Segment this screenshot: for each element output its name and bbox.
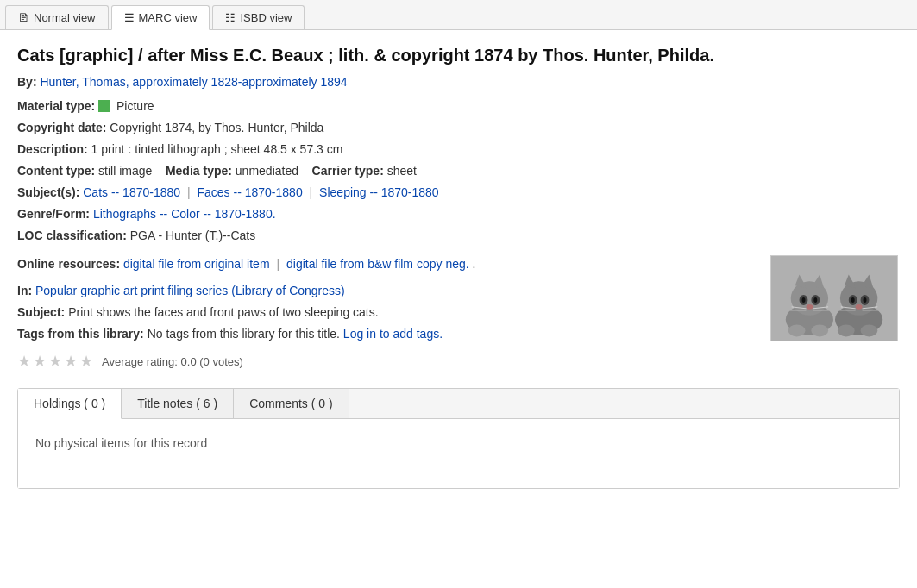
tab-holdings[interactable]: Holdings ( 0 ) [18,389,122,419]
subject-note-label: Subject: [17,305,65,319]
genre-field: Genre/Form: Lithographs -- Color -- 1870… [17,205,900,223]
online-resources-field: Online resources: digital file from orig… [17,255,753,273]
svg-point-9 [806,304,813,310]
carrier-type-value: sheet [387,164,417,178]
star-1[interactable]: ★ [17,352,31,371]
svg-point-23 [864,297,867,303]
online-resources-label: Online resources: [17,257,120,271]
star-5[interactable]: ★ [79,352,93,371]
svg-point-30 [861,325,878,337]
online-link-1[interactable]: digital file from original item [123,257,270,271]
copyright-date-value: Copyright 1874, by Thos. Hunter, Philda [110,121,323,134]
thumbnail-area [770,255,900,341]
view-tabs-bar: 🖹 Normal view ☰ MARC view ☷ ISBD view [0,0,917,30]
subjects-field: Subject(s): Cats -- 1870-1880 | Faces --… [17,184,900,202]
media-type-label: Media type: [166,164,232,178]
description-field: Description: 1 print : tinted lithograph… [17,141,900,159]
star-2[interactable]: ★ [33,352,47,371]
list-icon: ☰ [124,11,135,24]
main-content: Cats [graphic] / after Miss E.C. Beaux ;… [0,30,917,503]
author-link[interactable]: Hunter, Thomas, approximately 1828-appro… [40,75,347,89]
picture-type-icon [98,100,110,112]
copyright-date-label: Copyright date: [17,121,106,134]
svg-point-22 [851,297,855,303]
svg-point-24 [856,304,863,310]
star-3[interactable]: ★ [48,352,62,371]
svg-point-15 [811,325,828,337]
svg-point-14 [788,325,806,337]
bottom-tabs-bar: Holdings ( 0 ) Title notes ( 6 ) Comment… [18,389,899,419]
tab-content-area: No physical items for this record [18,419,899,488]
subjects-label: Subject(s): [17,185,79,199]
tags-field: Tags from this library: No tags from thi… [17,325,753,343]
description-value: 1 print : tinted lithograph ; sheet 48.5… [91,142,343,156]
online-resources-row: Online resources: digital file from orig… [17,255,900,371]
subject-link-0[interactable]: Cats -- 1870-1880 [83,185,180,199]
tags-value: No tags from this library for this title… [148,327,340,341]
loc-field: LOC classification: PGA - Hunter (T.)--C… [17,227,900,245]
tab-content-text: No physical items for this record [35,436,207,450]
document-icon: 🖹 [18,11,29,24]
star-4[interactable]: ★ [64,352,78,371]
content-type-value: still image [98,164,152,178]
genre-value[interactable]: Lithographs -- Color -- 1870-1880. [93,207,276,221]
avg-rating: Average rating: 0.0 (0 votes) [102,355,243,368]
tab-comments[interactable]: Comments ( 0 ) [234,389,349,418]
content-media-carrier-field: Content type: still image Media type: un… [17,162,900,180]
tab-title-notes[interactable]: Title notes ( 6 ) [122,389,234,418]
svg-point-8 [813,297,817,303]
subject-note-field: Subject: Print shows the faces and front… [17,303,753,322]
in-value[interactable]: Popular graphic art print filing series … [35,284,345,297]
svg-point-29 [838,325,855,337]
media-type-value: unmediated [236,164,298,178]
by-label: By: [17,75,37,89]
tab-isbd-view[interactable]: ☷ ISBD view [212,5,305,29]
tags-label: Tags from this library: [17,327,144,341]
subject-link-1[interactable]: Faces -- 1870-1880 [198,185,303,199]
star-rating-row: ★ ★ ★ ★ ★ Average rating: 0.0 (0 votes) [17,352,753,371]
material-type-value: Picture [116,99,154,113]
online-link-2[interactable]: digital file from b&w film copy neg. [286,257,469,271]
loc-label: LOC classification: [17,228,127,242]
material-type-field: Material type: Picture [17,97,900,116]
in-field: In: Popular graphic art print filing ser… [17,282,753,300]
cats-image-svg [771,255,897,341]
login-to-add-tags-link[interactable]: Log in to add tags. [343,327,443,341]
subject-link-2[interactable]: Sleeping -- 1870-1880 [319,185,439,199]
content-type-label: Content type: [17,164,95,178]
subject-note-value: Print shows the faces and front paws of … [68,305,379,319]
tab-marc-view[interactable]: ☰ MARC view [111,5,210,30]
online-resources-left: Online resources: digital file from orig… [17,255,753,371]
svg-point-7 [802,297,806,303]
copyright-date-field: Copyright date: Copyright 1874, by Thos.… [17,119,900,137]
record-author-row: By: Hunter, Thomas, approximately 1828-a… [17,75,900,89]
material-type-label: Material type: [17,99,95,113]
tab-normal-view[interactable]: 🖹 Normal view [5,5,109,29]
carrier-type-label: Carrier type: [312,164,384,178]
record-title: Cats [graphic] / after Miss E.C. Beaux ;… [17,44,900,66]
genre-label: Genre/Form: [17,207,90,221]
bottom-tabs-container: Holdings ( 0 ) Title notes ( 6 ) Comment… [17,388,900,489]
grid-icon: ☷ [225,11,236,24]
loc-value: PGA - Hunter (T.)--Cats [130,228,255,242]
description-label: Description: [17,142,88,156]
record-thumbnail[interactable] [770,255,898,341]
in-label: In: [17,284,32,297]
